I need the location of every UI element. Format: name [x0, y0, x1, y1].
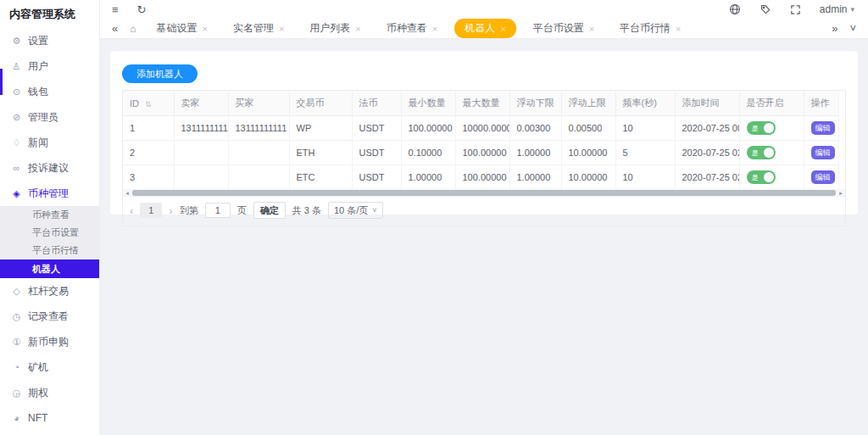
page-number-button[interactable]: 1	[140, 203, 162, 218]
collapse-menu-icon[interactable]: ≡	[112, 4, 119, 15]
main-area: ≡ ↻ admin ▾	[100, 0, 868, 435]
sidebar-item-wallet[interactable]: ⊙ 钱包	[0, 79, 99, 104]
tab-label: 币种查看	[387, 21, 427, 36]
cell-seller	[174, 141, 228, 165]
sidebar-item-admins[interactable]: ⊘ 管理员	[0, 104, 99, 130]
sidebar-item-new-coin-subscription[interactable]: ① 新币申购	[0, 329, 99, 354]
close-icon[interactable]: ×	[500, 24, 505, 34]
sidebar-item-label: 设置	[28, 34, 48, 48]
close-icon[interactable]: ×	[432, 24, 437, 34]
sidebar-item-leverage-trading[interactable]: ◇ 杠杆交易	[0, 278, 99, 304]
close-icon[interactable]: ×	[355, 24, 360, 34]
edit-button[interactable]: 编辑	[811, 170, 835, 184]
sidebar-item-label: 矿机	[28, 360, 48, 375]
cell-min-amount: 100.00000	[401, 116, 455, 141]
refresh-icon[interactable]: ↻	[137, 4, 147, 15]
scroll-right-icon[interactable]: ▸	[837, 189, 845, 197]
total-count-label: 共 3 条	[292, 204, 321, 217]
column-header-actions: 操作	[804, 91, 838, 116]
tab-label: 平台币设置	[533, 21, 584, 36]
scroll-left-icon[interactable]: ◂	[123, 189, 131, 197]
sidebar-item-news[interactable]: ♢ 新闻	[0, 130, 99, 155]
language-icon[interactable]	[729, 3, 741, 15]
home-icon[interactable]: ⌂	[130, 23, 136, 35]
sidebar-item-nft[interactable]: ◕ NFT	[0, 405, 99, 431]
submenu-item-platform-coin-market[interactable]: 平台币行情	[0, 242, 99, 259]
user-dropdown[interactable]: admin ▾	[820, 3, 854, 15]
tag-icon[interactable]	[760, 3, 771, 15]
tabs-scroll-right-icon[interactable]: »	[832, 22, 837, 35]
edit-button[interactable]: 编辑	[811, 121, 835, 135]
cell-max-amount: 100.00000	[455, 141, 509, 165]
sidebar-item-options[interactable]: ◶ 期权	[0, 380, 99, 405]
sort-icon[interactable]: ⇅	[145, 100, 152, 109]
tabs-menu-icon[interactable]: ˅	[849, 22, 856, 35]
cell-id: 1	[123, 116, 174, 141]
username: admin	[820, 3, 848, 15]
tab-platform-coin-market[interactable]: 平台币行情 ×	[611, 19, 689, 38]
horizontal-scrollbar[interactable]: ◂ ▸	[123, 189, 845, 197]
content-area: 添加机器人 ID	[100, 39, 868, 435]
news-icon: ♢	[11, 137, 22, 148]
prev-page-icon[interactable]: ‹	[130, 204, 133, 217]
column-header-id[interactable]: ID ⇅	[123, 91, 174, 116]
new-coin-icon: ①	[11, 337, 22, 348]
horizontal-scrollbar-thumb[interactable]	[132, 190, 836, 196]
sidebar-item-miner[interactable]: ◔ 矿机	[0, 354, 99, 380]
chevron-down-icon: ▾	[850, 5, 854, 14]
close-icon[interactable]: ×	[279, 24, 284, 34]
page-size-select[interactable]: 10 条/页 ˅	[328, 202, 383, 219]
gear-icon: ⚙	[11, 36, 22, 47]
close-icon[interactable]: ×	[676, 24, 681, 34]
tab-label: 实名管理	[233, 21, 274, 36]
sidebar-menu: ⚙ 设置 ♙ 用户 ⊙ 钱包 ⊘ 管理员 ♢ 新闻 ∞ 投诉建议	[0, 28, 99, 431]
sidebar-item-records[interactable]: ◷ 记录查看	[0, 304, 99, 329]
submenu-item-platform-coin-settings[interactable]: 平台币设置	[0, 224, 99, 242]
sidebar: 内容管理系统 ⚙ 设置 ♙ 用户 ⊙ 钱包 ⊘ 管理员 ♢ 新闻	[0, 0, 100, 435]
add-robot-button[interactable]: 添加机器人	[122, 64, 198, 83]
submenu-item-label: 机器人	[32, 263, 60, 276]
sidebar-scrollbar-thumb[interactable]	[0, 69, 3, 95]
sidebar-item-users[interactable]: ♙ 用户	[0, 53, 99, 79]
table-row: 1 13111111111 13111111111 WP USDT 100.00…	[123, 116, 838, 141]
enable-toggle[interactable]: 是	[747, 146, 776, 159]
tabs-scroll-left-icon[interactable]: «	[112, 22, 118, 35]
close-icon[interactable]: ×	[589, 24, 594, 34]
coin-management-submenu: 币种查看 平台币设置 平台币行情 机器人	[0, 206, 99, 278]
enable-toggle[interactable]: 是	[747, 121, 776, 135]
table-row: 2 ETH USDT 0.10000 100.00000 1.00000 10.…	[123, 141, 838, 165]
tab-coin-view[interactable]: 币种查看 ×	[378, 19, 446, 38]
enable-toggle[interactable]: 是	[747, 170, 776, 184]
sidebar-item-settings[interactable]: ⚙ 设置	[0, 28, 99, 53]
fullscreen-icon[interactable]	[790, 4, 801, 15]
edit-button[interactable]: 编辑	[811, 146, 835, 159]
submenu-item-coin-view[interactable]: 币种查看	[0, 206, 99, 224]
tab-robot[interactable]: 机器人 ×	[454, 19, 515, 38]
screen: 内容管理系统 ⚙ 设置 ♙ 用户 ⊙ 钱包 ⊘ 管理员 ♢ 新闻	[0, 0, 868, 435]
sidebar-item-coin-management[interactable]: ◈ 币种管理	[0, 181, 99, 206]
tab-user-list[interactable]: 用户列表 ×	[301, 19, 369, 38]
user-icon: ♙	[11, 61, 22, 72]
cell-added-time: 2020-07-25 02:42...	[675, 165, 739, 190]
next-page-icon[interactable]: ›	[169, 204, 172, 217]
select-caret-icon: ˅	[372, 206, 376, 215]
sidebar-item-feedback[interactable]: ∞ 投诉建议	[0, 155, 99, 181]
close-icon[interactable]: ×	[202, 24, 207, 34]
cell-buyer	[228, 141, 289, 165]
tab-platform-coin-settings[interactable]: 平台币设置 ×	[525, 19, 603, 38]
column-header-max-amount: 最大数量	[455, 91, 509, 116]
cell-coin: ETH	[289, 141, 352, 165]
cell-actions: 编辑	[804, 116, 838, 141]
cell-id: 2	[123, 141, 174, 165]
goto-page-label: 到第	[180, 204, 198, 217]
confirm-page-button[interactable]: 确定	[253, 202, 286, 219]
cell-fiat: USDT	[352, 116, 401, 141]
tab-basic-settings[interactable]: 基础设置 ×	[147, 19, 215, 38]
sidebar-item-label: 新币申购	[28, 335, 69, 349]
page-input[interactable]	[205, 203, 231, 218]
page-size-value: 10 条/页	[334, 204, 368, 217]
submenu-item-robot[interactable]: 机器人	[0, 259, 99, 278]
cell-frequency: 5	[615, 141, 675, 165]
toggle-on-label: 是	[752, 173, 759, 182]
tab-realname-management[interactable]: 实名管理 ×	[225, 19, 292, 38]
